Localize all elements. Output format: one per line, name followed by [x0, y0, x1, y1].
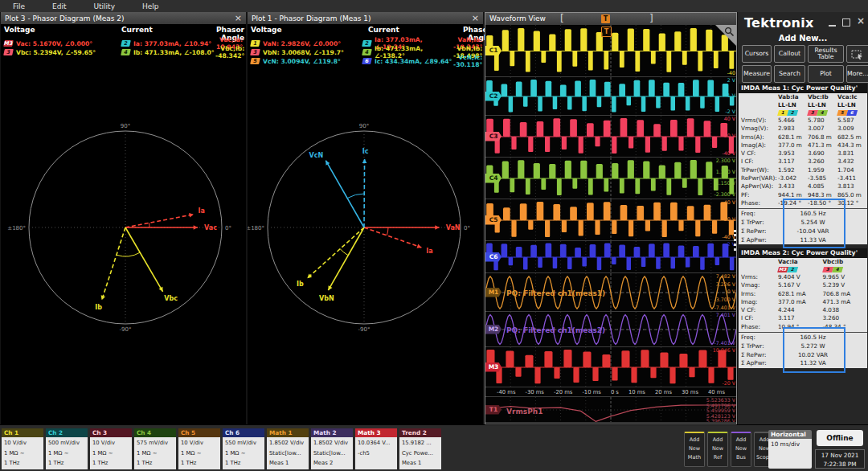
horizontal-scale: 10 ms/div	[768, 439, 812, 469]
zoom-bracket-left[interactable]: [	[560, 13, 564, 24]
angle-readout: Vbc,Ib: -48.342°	[215, 45, 244, 59]
menu-edit[interactable]: Edit	[52, 2, 66, 10]
channel-tag-C3[interactable]: C3	[485, 132, 502, 141]
plot-button[interactable]: Plot	[808, 65, 844, 83]
waveform-row-C4[interactable]: C42.300 V1.150 V-1.150 V-2.300 V	[485, 158, 736, 199]
channel-badge-math-1[interactable]: Math 11.8502 V/divStatic[low...Meas 1	[267, 428, 309, 469]
channel-badge-ch-1[interactable]: Ch 110 V/div1 MΩ ~1 THz	[2, 428, 43, 469]
source-badge-2: 2	[362, 40, 372, 47]
plot3-title-bar[interactable]: Plot 3 - Phasor Diagram (Meas 2) ×	[1, 12, 246, 24]
channel-badge-header: Math 1	[267, 428, 309, 437]
horizontal-badge[interactable]: Horizontal 10 ms/div	[768, 430, 812, 469]
waveform-row-M2[interactable]: M27.401 V-7.401 VPQ: Filtered ch1(meas2)	[485, 312, 736, 347]
trigger-marker-icon[interactable]: T	[601, 14, 610, 23]
channel-tag-M1[interactable]: M1	[485, 288, 502, 297]
channel-tag-C5[interactable]: C5	[485, 215, 502, 225]
channel-badge-settings: 500 mV/div1 MΩ ~1 THz	[46, 437, 88, 469]
plot3-phasor-panel: Plot 3 - Phasor Diagram (Meas 2) × Volta…	[1, 12, 246, 424]
source-badge-4: 4	[832, 267, 843, 272]
close-window-icon[interactable]: ×	[857, 15, 865, 27]
source-badge-6: 6	[362, 58, 372, 64]
meas-row-label: ApPwr(VA):	[741, 182, 778, 190]
channel-badge-math-2[interactable]: Math 21.8502 V/divStatic[low...Meas 2	[311, 428, 353, 469]
magnifier-icon	[724, 27, 735, 37]
channel-tag-C1[interactable]: C1	[485, 46, 502, 55]
add-new-ref-button[interactable]: AddNewRef	[707, 432, 728, 467]
plot1-title-bar[interactable]: Plot 1 - Phasor Diagram (Meas 1) ×	[248, 12, 483, 24]
meas-value: 3.007	[808, 125, 837, 133]
source-badge-4: 4	[121, 49, 131, 55]
trigger-position-icon[interactable]: T	[601, 27, 612, 37]
svg-text:-90°: -90°	[358, 326, 371, 333]
channel-tag-M2[interactable]: M2	[485, 325, 502, 334]
add-new-bus-button[interactable]: AddNewBus	[731, 432, 751, 467]
offline-button[interactable]: Offline	[817, 430, 863, 446]
svg-text:Ic: Ic	[362, 148, 369, 155]
channel-tag-T1[interactable]: T1	[485, 405, 502, 415]
waveform-row-C3[interactable]: C340 V20 V-40 V	[485, 116, 736, 158]
measure-button[interactable]: Measure	[742, 65, 772, 83]
channel-tag-M3[interactable]: M3	[485, 362, 502, 372]
menu-file[interactable]: File	[13, 2, 25, 10]
channel-badge-math-3[interactable]: Math 310.0364 V...-ch5	[355, 428, 397, 469]
channel-badge-trend-2[interactable]: Trend 215.9182 ...Cyc Powe...Meas 1	[399, 428, 441, 469]
zoom-bracket-right[interactable]: ]	[649, 13, 653, 24]
imda-meas1-header[interactable]: IMDA Meas 1: Cyc Power Quality'	[739, 84, 867, 93]
close-icon[interactable]: ×	[472, 14, 479, 23]
time-tick-label: -10 ms	[582, 389, 600, 395]
add-new-math-button[interactable]: AddNewMath	[684, 432, 705, 467]
results-table-button[interactable]: Results Table	[808, 45, 844, 63]
channel-tag-C6[interactable]: C6	[485, 252, 502, 262]
svg-text:Ib: Ib	[95, 304, 102, 311]
scale-label: -7.401 V	[714, 305, 735, 311]
meas-row-label: RePwr(VAR):	[741, 174, 778, 182]
waveform-row-M3[interactable]: M310.046 V-20 V	[485, 347, 736, 387]
meas-value: 3.831	[837, 149, 867, 158]
cursors-button[interactable]: Cursors	[742, 45, 772, 63]
waveform-row-M1[interactable]: M17.482 V3.226 V0 V-3.700 V-7.401 VPQ: F…	[485, 273, 736, 312]
svg-text:±180°: ±180°	[248, 225, 264, 231]
waveform-row-C5[interactable]: C540 V20 V-40 V	[485, 199, 736, 241]
more-button[interactable]: More...	[846, 65, 868, 83]
meas-value: 2.983	[778, 125, 808, 133]
channel-tag-C4[interactable]: C4	[485, 174, 502, 183]
waveform-row-C6[interactable]: C62 V	[485, 241, 736, 273]
channel-badge-ch-6[interactable]: Ch 6550 mV/div1 MΩ ~1 THz	[223, 428, 264, 469]
source-badge-4: 4	[817, 110, 828, 116]
maximize-icon[interactable]	[842, 18, 850, 27]
minimize-icon[interactable]	[829, 18, 836, 27]
channel-badge-ch-5[interactable]: Ch 510 V/div1 MΩ ~1 THz	[178, 428, 220, 469]
meas-row-label: Imag(A):	[741, 141, 778, 149]
meas-value: 5.587	[837, 117, 867, 125]
meas-summary-label: Σ ApPwr:	[741, 236, 781, 245]
waveform-row-T1[interactable]: T15.523633 V5.491796 V5.459959 V5.428123…	[485, 397, 736, 423]
scale-label: 20 V	[724, 133, 735, 139]
channel-badge-header: Ch 5	[178, 428, 220, 437]
trace-label-M1: PQ: Filtered ch1(meas1)	[506, 289, 605, 297]
channel-badge-ch-2[interactable]: Ch 2500 mV/div1 MΩ ~1 THz	[46, 428, 88, 469]
meas-summary-label: Σ ApPwr:	[741, 359, 781, 368]
channel-badge-settings: 15.9182 ...Cyc Powe...Meas 1	[399, 437, 441, 469]
channel-badge-ch-4[interactable]: Ch 4575 mV/div1 MΩ ~1 THz	[134, 428, 176, 469]
waveform-row-C2[interactable]: C22 V1 V-2 V	[485, 77, 736, 116]
close-icon[interactable]: ×	[235, 14, 242, 23]
callout-button[interactable]: Callout	[774, 45, 805, 63]
channel-badge-ch-3[interactable]: Ch 310 V/div1 MΩ ~1 THz	[90, 428, 132, 469]
menu-utility[interactable]: Utility	[94, 2, 115, 10]
channel-badge-settings: 10 V/div1 MΩ ~1 THz	[2, 437, 43, 469]
channel-tag-C2[interactable]: C2	[485, 92, 502, 101]
waveform-title-bar[interactable]: Waveform View [ ] T	[485, 13, 736, 25]
imda-meas2-header[interactable]: IMDA Meas 2: Cyc Power Quality'	[739, 248, 867, 258]
menu-bar: File Edit Utility Help	[0, 0, 868, 12]
meas-summary-label: Freq:	[741, 334, 781, 342]
waveform-scroll-grip[interactable]	[734, 230, 736, 251]
meas-value: 3.690	[808, 149, 837, 158]
draw-a-box-button[interactable]	[846, 45, 868, 63]
scale-label: 2.300 V	[716, 158, 735, 164]
menu-help[interactable]: Help	[142, 2, 159, 10]
meas-value: 628.1 m	[778, 133, 808, 141]
search-button[interactable]: Search	[774, 65, 805, 83]
meas-value: 4.038	[823, 306, 868, 314]
time-tick-label: 10 ms	[628, 389, 645, 395]
svg-text:90°: 90°	[359, 123, 369, 129]
